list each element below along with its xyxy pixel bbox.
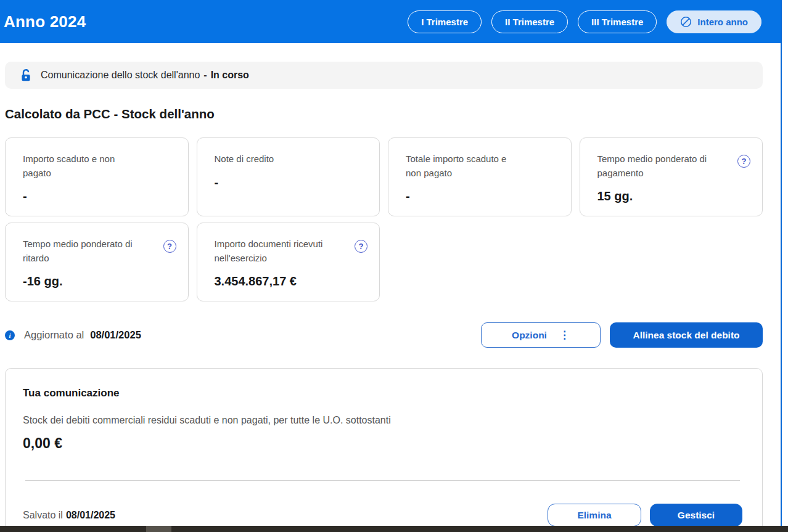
card-title: Totale importo scaduto e non pagato (406, 152, 522, 180)
align-stock-button[interactable]: Allinea stock del debito (610, 322, 763, 348)
status-bar-label: Comunicazione dello stock dell'anno (41, 70, 200, 81)
tab-intero-anno[interactable]: Intero anno (667, 10, 761, 33)
communication-description: Stock dei debiti commerciali residui sca… (23, 415, 742, 426)
tab-iii-trimestre[interactable]: III Trimestre (578, 10, 657, 33)
communication-actions: Elimina Gestisci (548, 504, 742, 526)
communication-amount: 0,00 € (23, 435, 742, 452)
page-title: Anno 2024 (4, 12, 86, 31)
tab-label: III Trimestre (591, 17, 643, 27)
horizontal-scrollbar[interactable] (0, 526, 788, 532)
delete-button-label: Elimina (577, 510, 611, 521)
card-value: - (406, 189, 556, 203)
card-value: - (215, 176, 365, 190)
divider (25, 480, 740, 481)
card-title: Note di credito (215, 152, 330, 166)
vertical-scrollbar[interactable] (781, 0, 788, 532)
lock-open-icon (20, 68, 32, 82)
delete-button[interactable]: Elimina (548, 504, 641, 526)
saved-at-date: 08/01/2025 (66, 510, 115, 520)
help-icon[interactable]: ? (355, 240, 367, 253)
header: Anno 2024 I Trimestre II Trimestre III T… (0, 0, 781, 43)
tab-label: I Trimestre (421, 17, 468, 27)
status-bar: Comunicazione dello stock dell'anno - In… (5, 62, 763, 89)
options-button-label: Opzioni (512, 330, 547, 341)
card-title: Importo documenti ricevuti nell'esercizi… (215, 237, 330, 265)
communication-footer: Salvato il08/01/2025 Elimina Gestisci (23, 504, 742, 526)
card-importo-scaduto: Importo scaduto e non pagato - (5, 137, 189, 216)
app: Anno 2024 I Trimestre II Trimestre III T… (0, 0, 781, 532)
card-tempo-medio-pagamento: Tempo medio ponderato di pagamento 15 gg… (580, 137, 763, 216)
saved-at: Salvato il08/01/2025 (23, 510, 115, 521)
updated-at-date: 08/01/2025 (90, 329, 141, 341)
help-icon[interactable]: ? (737, 155, 750, 168)
horizontal-scrollbar-thumb[interactable] (146, 526, 171, 532)
info-icon: i (5, 330, 15, 340)
main-content: Comunicazione dello stock dell'anno - In… (5, 62, 763, 532)
manage-button[interactable]: Gestisci (650, 504, 742, 526)
card-value: - (23, 189, 173, 203)
card-note-di-credito: Note di credito - (197, 137, 380, 216)
card-value: 3.454.867,17 € (215, 274, 365, 289)
tab-ii-trimestre[interactable]: II Trimestre (491, 10, 568, 33)
update-actions: Opzioni ⋮ Allinea stock del debito (481, 322, 763, 348)
communication-card: Tua comunicazione Stock dei debiti comme… (5, 368, 763, 532)
kebab-menu-icon: ⋮ (559, 330, 570, 340)
status-badge: In corso (211, 70, 249, 81)
card-title: Importo scaduto e non pagato (23, 152, 139, 180)
card-value: 15 gg. (597, 189, 748, 203)
update-row: i Aggiornato al 08/01/2025 Opzioni ⋮ All… (5, 322, 763, 348)
card-value: -16 gg. (23, 274, 173, 289)
card-title: Tempo medio ponderato di ritardo (23, 237, 139, 265)
card-tempo-medio-ritardo: Tempo medio ponderato di ritardo -16 gg.… (5, 223, 189, 301)
updated-at: i Aggiornato al 08/01/2025 (5, 329, 141, 341)
tab-i-trimestre[interactable]: I Trimestre (408, 10, 482, 33)
tab-label: Intero anno (697, 17, 748, 27)
align-stock-button-label: Allinea stock del debito (633, 330, 739, 341)
card-title: Tempo medio ponderato di pagamento (597, 152, 713, 180)
quarter-tabs: I Trimestre II Trimestre III Trimestre I… (408, 10, 761, 33)
slash-circle-icon (680, 16, 692, 28)
updated-at-label: Aggiornato al (24, 329, 84, 341)
communication-title: Tua comunicazione (23, 387, 742, 399)
section-title: Calcolato da PCC - Stock dell'anno (5, 107, 763, 121)
card-importo-documenti: Importo documenti ricevuti nell'esercizi… (197, 223, 380, 301)
tab-label: II Trimestre (505, 17, 554, 27)
manage-button-label: Gestisci (678, 510, 715, 521)
saved-at-label: Salvato il (23, 510, 63, 520)
card-totale-importo-scaduto: Totale importo scaduto e non pagato - (388, 137, 572, 216)
status-separator: - (203, 70, 207, 81)
metric-cards-grid: Importo scaduto e non pagato - Note di c… (5, 137, 763, 301)
help-icon[interactable]: ? (163, 240, 176, 253)
options-button[interactable]: Opzioni ⋮ (481, 322, 601, 348)
